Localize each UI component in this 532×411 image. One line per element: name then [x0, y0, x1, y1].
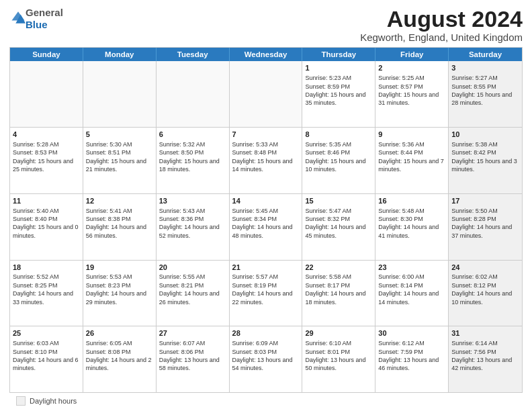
day-number: 12 — [86, 196, 153, 206]
cell-info: Sunrise: 5:57 AMSunset: 8:19 PMDaylight:… — [232, 273, 300, 306]
day-number: 11 — [13, 196, 80, 206]
cal-cell-20: 20Sunrise: 5:55 AMSunset: 8:21 PMDayligh… — [157, 261, 230, 326]
day-number: 23 — [378, 263, 445, 273]
cal-cell-2: 2Sunrise: 5:25 AMSunset: 8:57 PMDaylight… — [375, 61, 449, 127]
cal-cell-10: 10Sunrise: 5:38 AMSunset: 8:42 PMDayligh… — [449, 128, 522, 193]
cell-info: Sunrise: 5:25 AMSunset: 8:57 PMDaylight:… — [378, 74, 445, 107]
cell-info: Sunrise: 5:58 AMSunset: 8:17 PMDaylight:… — [305, 273, 372, 306]
cal-cell-23: 23Sunrise: 6:00 AMSunset: 8:14 PMDayligh… — [375, 261, 449, 326]
cell-info: Sunrise: 5:23 AMSunset: 8:59 PMDaylight:… — [305, 74, 372, 107]
cell-info: Sunrise: 6:09 AMSunset: 8:03 PMDaylight:… — [232, 339, 300, 373]
calendar-row-0: 1Sunrise: 5:23 AMSunset: 8:59 PMDaylight… — [10, 61, 522, 128]
cal-cell-29: 29Sunrise: 6:10 AMSunset: 8:01 PMDayligh… — [302, 326, 375, 392]
cal-cell-11: 11Sunrise: 5:40 AMSunset: 8:40 PMDayligh… — [10, 194, 83, 260]
day-number: 2 — [378, 63, 445, 73]
location-subtitle: Kegworth, England, United Kingdom — [360, 32, 523, 43]
legend: Daylight hours — [9, 396, 523, 406]
cal-cell-28: 28Sunrise: 6:09 AMSunset: 8:03 PMDayligh… — [230, 326, 303, 392]
cell-info: Sunrise: 5:52 AMSunset: 8:25 PMDaylight:… — [13, 273, 80, 306]
title-block: August 2024 Kegworth, England, United Ki… — [360, 7, 523, 43]
day-number: 9 — [378, 130, 445, 140]
cell-info: Sunrise: 5:38 AMSunset: 8:42 PMDaylight:… — [451, 140, 519, 174]
cell-info: Sunrise: 5:36 AMSunset: 8:44 PMDaylight:… — [378, 140, 445, 174]
cal-cell-30: 30Sunrise: 6:12 AMSunset: 7:59 PMDayligh… — [375, 326, 449, 392]
cal-cell-empty-1 — [83, 61, 157, 127]
cal-cell-empty-3 — [230, 61, 303, 127]
cell-info: Sunrise: 5:53 AMSunset: 8:23 PMDaylight:… — [86, 273, 153, 306]
cell-info: Sunrise: 5:43 AMSunset: 8:36 PMDaylight:… — [159, 207, 226, 240]
logo-general: General — [26, 7, 63, 18]
cell-info: Sunrise: 5:32 AMSunset: 8:50 PMDaylight:… — [159, 140, 226, 174]
cell-info: Sunrise: 6:14 AMSunset: 7:56 PMDaylight:… — [451, 339, 519, 373]
cal-cell-27: 27Sunrise: 6:07 AMSunset: 8:06 PMDayligh… — [157, 326, 230, 392]
cal-cell-13: 13Sunrise: 5:43 AMSunset: 8:36 PMDayligh… — [157, 194, 230, 260]
day-number: 17 — [451, 196, 519, 206]
day-number: 21 — [232, 263, 300, 273]
cell-info: Sunrise: 5:27 AMSunset: 8:55 PMDaylight:… — [451, 74, 519, 107]
day-number: 10 — [451, 130, 519, 140]
cal-cell-31: 31Sunrise: 6:14 AMSunset: 7:56 PMDayligh… — [449, 326, 522, 392]
header: General Blue August 2024 Kegworth, Engla… — [9, 7, 523, 43]
cal-cell-3: 3Sunrise: 5:27 AMSunset: 8:55 PMDaylight… — [449, 61, 522, 127]
day-number: 29 — [305, 328, 372, 338]
cell-info: Sunrise: 5:55 AMSunset: 8:21 PMDaylight:… — [159, 273, 226, 306]
cal-cell-empty-0 — [10, 61, 83, 127]
calendar-body: 1Sunrise: 5:23 AMSunset: 8:59 PMDaylight… — [10, 61, 522, 392]
cal-cell-9: 9Sunrise: 5:36 AMSunset: 8:44 PMDaylight… — [375, 128, 449, 193]
calendar-row-2: 11Sunrise: 5:40 AMSunset: 8:40 PMDayligh… — [10, 194, 522, 261]
cell-info: Sunrise: 6:12 AMSunset: 7:59 PMDaylight:… — [378, 339, 445, 373]
day-number: 14 — [232, 196, 300, 206]
cell-info: Sunrise: 5:30 AMSunset: 8:51 PMDaylight:… — [86, 140, 153, 174]
cal-cell-5: 5Sunrise: 5:30 AMSunset: 8:51 PMDaylight… — [83, 128, 157, 193]
cal-cell-6: 6Sunrise: 5:32 AMSunset: 8:50 PMDaylight… — [157, 128, 230, 193]
cal-cell-4: 4Sunrise: 5:28 AMSunset: 8:53 PMDaylight… — [10, 128, 83, 193]
day-number: 16 — [378, 196, 445, 206]
calendar-row-1: 4Sunrise: 5:28 AMSunset: 8:53 PMDaylight… — [10, 128, 522, 194]
legend-label: Daylight hours — [30, 397, 77, 405]
cal-cell-19: 19Sunrise: 5:53 AMSunset: 8:23 PMDayligh… — [83, 261, 157, 326]
cal-cell-8: 8Sunrise: 5:35 AMSunset: 8:46 PMDaylight… — [302, 128, 375, 193]
cal-cell-26: 26Sunrise: 6:05 AMSunset: 8:08 PMDayligh… — [83, 326, 157, 392]
cal-cell-17: 17Sunrise: 5:50 AMSunset: 8:28 PMDayligh… — [449, 194, 522, 260]
header-day-sunday: Sunday — [10, 48, 83, 61]
calendar-row-3: 18Sunrise: 5:52 AMSunset: 8:25 PMDayligh… — [10, 261, 522, 327]
header-day-thursday: Thursday — [302, 48, 375, 61]
cal-cell-14: 14Sunrise: 5:45 AMSunset: 8:34 PMDayligh… — [230, 194, 303, 260]
cell-info: Sunrise: 5:33 AMSunset: 8:48 PMDaylight:… — [232, 140, 300, 174]
day-number: 7 — [232, 130, 300, 140]
cal-cell-empty-2 — [157, 61, 230, 127]
logo: General Blue — [9, 7, 63, 31]
cal-cell-18: 18Sunrise: 5:52 AMSunset: 8:25 PMDayligh… — [10, 261, 83, 326]
day-number: 28 — [232, 328, 300, 338]
header-day-monday: Monday — [83, 48, 157, 61]
cell-info: Sunrise: 5:48 AMSunset: 8:30 PMDaylight:… — [378, 207, 445, 240]
day-number: 8 — [305, 130, 372, 140]
day-number: 25 — [13, 328, 80, 338]
cal-cell-21: 21Sunrise: 5:57 AMSunset: 8:19 PMDayligh… — [230, 261, 303, 326]
day-number: 26 — [86, 328, 153, 338]
header-day-tuesday: Tuesday — [157, 48, 230, 61]
cell-info: Sunrise: 6:10 AMSunset: 8:01 PMDaylight:… — [305, 339, 372, 373]
cal-cell-12: 12Sunrise: 5:41 AMSunset: 8:38 PMDayligh… — [83, 194, 157, 260]
cal-cell-22: 22Sunrise: 5:58 AMSunset: 8:17 PMDayligh… — [302, 261, 375, 326]
cell-info: Sunrise: 5:41 AMSunset: 8:38 PMDaylight:… — [86, 207, 153, 240]
day-number: 20 — [159, 263, 226, 273]
day-number: 22 — [305, 263, 372, 273]
cell-info: Sunrise: 5:35 AMSunset: 8:46 PMDaylight:… — [305, 140, 372, 174]
day-number: 6 — [159, 130, 226, 140]
cell-info: Sunrise: 6:05 AMSunset: 8:08 PMDaylight:… — [86, 339, 153, 373]
cell-info: Sunrise: 6:02 AMSunset: 8:12 PMDaylight:… — [451, 273, 519, 306]
header-day-saturday: Saturday — [449, 48, 522, 61]
cell-info: Sunrise: 6:07 AMSunset: 8:06 PMDaylight:… — [159, 339, 226, 373]
day-number: 19 — [86, 263, 153, 273]
cell-info: Sunrise: 5:50 AMSunset: 8:28 PMDaylight:… — [451, 207, 519, 240]
cal-cell-15: 15Sunrise: 5:47 AMSunset: 8:32 PMDayligh… — [302, 194, 375, 260]
cal-cell-24: 24Sunrise: 6:02 AMSunset: 8:12 PMDayligh… — [449, 261, 522, 326]
cal-cell-1: 1Sunrise: 5:23 AMSunset: 8:59 PMDaylight… — [302, 61, 375, 127]
cell-info: Sunrise: 5:28 AMSunset: 8:53 PMDaylight:… — [13, 140, 80, 174]
calendar-header: SundayMondayTuesdayWednesdayThursdayFrid… — [10, 48, 522, 61]
cal-cell-16: 16Sunrise: 5:48 AMSunset: 8:30 PMDayligh… — [375, 194, 449, 260]
day-number: 27 — [159, 328, 226, 338]
day-number: 31 — [451, 328, 519, 338]
day-number: 5 — [86, 130, 153, 140]
